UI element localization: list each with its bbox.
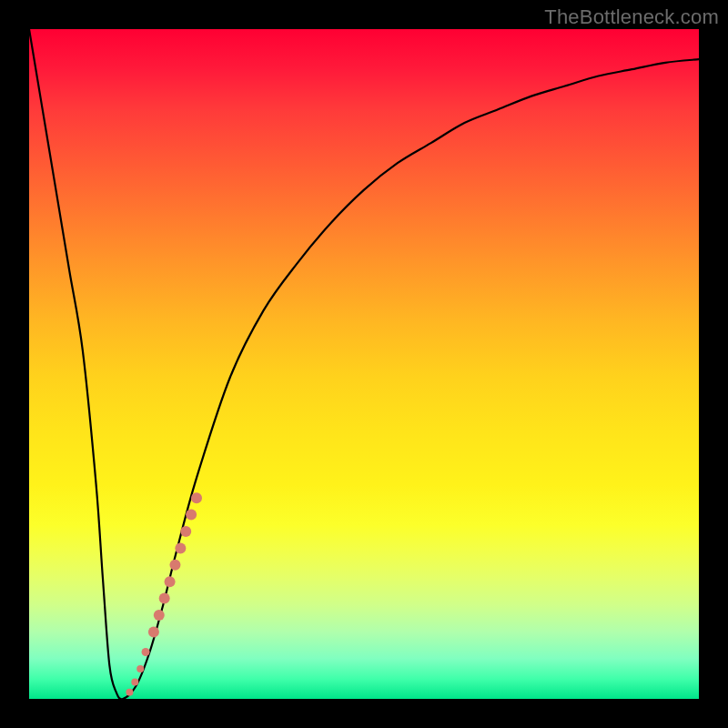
chart-marker	[169, 560, 180, 571]
chart-marker	[165, 576, 176, 587]
chart-marker	[175, 542, 186, 553]
chart-marker	[131, 679, 138, 686]
chart-marker	[159, 593, 170, 604]
chart-marker	[186, 510, 197, 521]
chart-marker	[136, 665, 144, 672]
chart-marker	[126, 689, 133, 696]
bottleneck-curve	[29, 29, 699, 699]
chart-marker	[180, 526, 191, 537]
chart-frame: TheBottleneck.com	[0, 0, 728, 728]
watermark-text: TheBottleneck.com	[544, 5, 719, 29]
chart-svg	[29, 29, 699, 699]
chart-marker	[148, 626, 159, 637]
chart-marker	[191, 492, 202, 503]
chart-marker	[142, 648, 150, 656]
chart-marker	[154, 610, 165, 621]
chart-markers	[126, 492, 202, 695]
chart-plot-area	[29, 29, 699, 699]
